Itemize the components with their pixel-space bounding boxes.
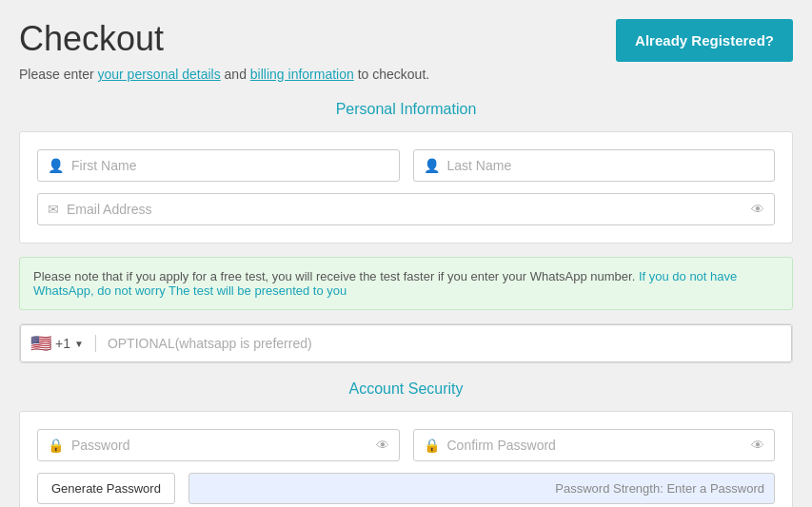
last-name-wrapper: 👤 (413, 149, 776, 182)
personal-info-card: 👤 👤 ✉ 👁 (19, 131, 793, 244)
bottom-row: Generate Password Password Strength: Ent… (37, 473, 775, 504)
user-icon-first: 👤 (48, 158, 64, 173)
password-input[interactable] (71, 438, 370, 453)
personal-info-section: Personal Information 👤 👤 ✉ 👁 (19, 101, 793, 363)
email-wrapper: ✉ 👁 (37, 193, 775, 225)
divider (95, 335, 96, 352)
account-security-card: 🔒 👁 🔒 👁 Generate Password Password Stren… (19, 411, 793, 507)
email-eye-icon[interactable]: 👁 (751, 202, 764, 217)
us-flag-icon: 🇺🇸 (30, 333, 51, 354)
password-wrapper: 🔒 👁 (37, 429, 400, 461)
whatsapp-info-box: Please note that if you apply for a free… (19, 257, 793, 310)
already-registered-button[interactable]: Already Registered? (616, 19, 793, 62)
page-subtitle: Please enter your personal details and b… (19, 67, 429, 82)
country-code-selector[interactable]: 🇺🇸 +1 ▼ (30, 333, 84, 354)
personal-info-title: Personal Information (19, 101, 793, 118)
email-icon: ✉ (48, 202, 59, 217)
page-title: Checkout (19, 19, 429, 59)
password-strength-indicator: Password Strength: Enter a Password (188, 473, 775, 504)
password-row: 🔒 👁 🔒 👁 (37, 429, 775, 461)
email-row: ✉ 👁 (37, 193, 775, 225)
lock-icon-password: 🔒 (48, 438, 64, 453)
email-input[interactable] (67, 202, 745, 217)
country-code-text: +1 (55, 336, 70, 351)
header-row: Checkout Please enter your personal deta… (19, 19, 793, 82)
password-eye-icon[interactable]: 👁 (376, 438, 389, 453)
lock-icon-confirm: 🔒 (424, 438, 440, 453)
chevron-down-icon: ▼ (74, 339, 84, 349)
info-text-part1: Please note that if you apply for a free… (33, 269, 635, 283)
confirm-password-wrapper: 🔒 👁 (413, 429, 776, 461)
name-row: 👤 👤 (37, 149, 775, 182)
confirm-password-eye-icon[interactable]: 👁 (751, 438, 764, 453)
header-left: Checkout Please enter your personal deta… (19, 19, 429, 82)
first-name-input[interactable] (71, 158, 389, 173)
first-name-wrapper: 👤 (37, 149, 400, 182)
confirm-password-input[interactable] (447, 438, 746, 453)
account-security-section: Account Security 🔒 👁 🔒 👁 Generate Passwo… (19, 380, 793, 507)
phone-card: 🇺🇸 +1 ▼ (19, 323, 793, 363)
user-icon-last: 👤 (424, 158, 440, 173)
password-strength-text: Password Strength: Enter a Password (555, 481, 764, 496)
page-container: Checkout Please enter your personal deta… (19, 19, 793, 507)
account-security-title: Account Security (19, 380, 793, 398)
generate-password-button[interactable]: Generate Password (37, 473, 175, 504)
phone-wrapper: 🇺🇸 +1 ▼ (20, 324, 792, 362)
phone-input[interactable] (108, 336, 782, 351)
last-name-input[interactable] (447, 158, 765, 173)
